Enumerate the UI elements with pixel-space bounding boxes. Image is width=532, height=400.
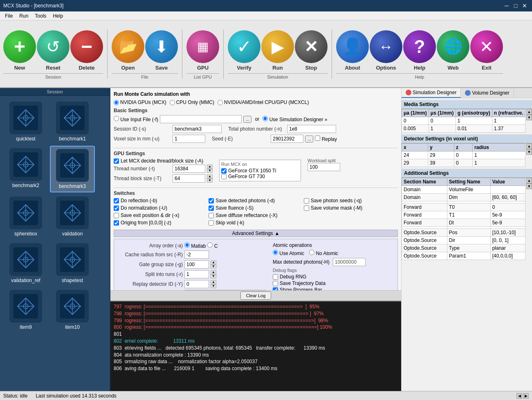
close-button[interactable]: ✕ [521,2,529,10]
about-button[interactable]: 👤 About [336,29,369,72]
maximize-button[interactable]: □ [512,2,520,10]
session-item-item10[interactable]: item10 [50,287,95,332]
status-scroll-left[interactable]: ◀ [516,393,522,399]
clear-log-button[interactable]: Clear Log [240,292,272,300]
gate-group-spinner[interactable]: ▲ ▼ [211,260,216,269]
split-runs-input[interactable] [184,270,209,278]
gpu-mcx-radio[interactable] [114,100,119,105]
thread-number-up[interactable]: ▲ [207,165,213,169]
thread-block-up[interactable]: ▲ [207,174,213,179]
menu-file[interactable]: File [2,13,16,19]
save-fluence-checkbox[interactable] [209,206,214,211]
auto-thread-checkbox[interactable] [114,158,119,164]
matlab-radio-label[interactable]: Matlab [184,242,206,249]
add-scroll-down[interactable]: ▼ [526,183,532,189]
session-item-item9[interactable]: item9 [3,287,48,332]
debug-rng-checkbox[interactable] [273,274,278,280]
use-sim-designer-radio-label[interactable]: Use Simulation Designer » [263,116,327,122]
menu-tools[interactable]: Tools [31,13,49,19]
save-volume-mask-checkbox[interactable] [304,206,309,211]
split-runs-up[interactable]: ▲ [211,270,216,274]
split-runs-spinner[interactable]: ▲ ▼ [211,270,216,278]
thread-block-spinner[interactable]: ▲ ▼ [207,174,213,183]
amd-option[interactable]: NVIDIA/AMD/Intel CPU/GPU (MCXCL) [218,99,309,105]
media-scroll-up[interactable]: ▲ [526,109,532,115]
use-atomic-radio[interactable] [273,250,278,255]
save-detected-checkbox[interactable] [209,198,214,203]
show-progress-checkbox[interactable] [273,287,278,291]
session-item-benchmark3[interactable]: benchmark3 [50,146,95,192]
thread-number-spinner[interactable]: ▲ ▼ [207,165,213,173]
gate-group-input[interactable] [184,260,209,269]
stop-button[interactable]: ✕ Stop [295,29,328,72]
replay-det-down[interactable]: ▼ [211,284,216,288]
help-button[interactable]: ? Help [403,29,436,72]
no-atomic-radio-label[interactable]: No Atomic [309,250,338,256]
gpu1-checkbox[interactable] [221,168,227,174]
session-item-benchmark2[interactable]: benchmark2 [3,146,48,192]
minimize-button[interactable]: ─ [503,2,511,10]
max-detected-input[interactable] [333,258,366,266]
skip-void-checkbox[interactable] [209,220,214,226]
seed-browse-button[interactable]: ... [305,136,313,142]
gpu2-checkbox[interactable] [221,174,227,179]
thread-block-down[interactable]: ▼ [207,179,213,183]
use-atomic-radio-label[interactable]: Use Atomic [273,250,304,256]
do-reflection-checkbox[interactable] [114,198,119,203]
session-id-input[interactable] [173,125,222,133]
log-area[interactable]: 797 rogress: [==========================… [110,301,401,391]
session-item-benchmark1[interactable]: benchmark1 [50,99,95,144]
gate-group-down[interactable]: ▼ [211,264,216,269]
do-normalization-checkbox[interactable] [114,206,119,211]
gpu-button[interactable]: ▦ GPU [186,29,219,72]
split-runs-down[interactable]: ▼ [211,274,216,278]
cache-radius-input[interactable] [184,251,209,259]
use-input-radio[interactable] [114,116,119,121]
use-sim-designer-radio[interactable] [263,116,268,121]
total-photon-input[interactable] [287,125,336,133]
add-scroll-up[interactable]: ▲ [526,178,532,183]
voxel-size-input[interactable] [173,135,205,143]
replay-det-spinner[interactable]: ▲ ▼ [211,280,216,288]
det-scroll-down[interactable]: ▼ [526,149,532,155]
thread-number-down[interactable]: ▼ [207,169,213,173]
verify-button[interactable]: ✓ Verify [228,29,260,72]
c-radio-label[interactable]: C [207,242,218,249]
use-input-radio-label[interactable]: Use Input File (-f) [114,116,158,122]
replay-checkbox[interactable] [315,136,320,141]
save-traj-checkbox[interactable] [273,281,278,286]
gpu-mcx-option[interactable]: NVIDIA GPUs (MCX) [114,99,166,105]
save-button[interactable]: ⬇ Save [145,29,178,72]
session-item-validation_ref[interactable]: validation_ref [3,241,48,286]
workload-input[interactable] [308,163,340,171]
options-button[interactable]: ↔ Options [370,29,402,72]
amd-radio[interactable] [218,100,223,105]
status-scroll-right[interactable]: ▶ [523,393,529,399]
save-exit-checkbox[interactable] [114,213,119,218]
replay-label[interactable]: Replay [315,136,337,142]
reset-button[interactable]: ↺ Reset [37,29,70,72]
run-button[interactable]: ▶ Run [261,29,294,72]
menu-run[interactable]: Run [16,13,31,19]
tab-volume-designer[interactable]: Volume Designer [461,88,514,98]
advanced-settings-toggle[interactable]: Advanced Settings ▲ [114,230,398,237]
delete-button[interactable]: − Delete [70,29,103,72]
no-atomic-radio[interactable] [309,250,314,255]
input-file-field[interactable] [160,115,242,123]
thread-number-input[interactable] [173,165,205,173]
thread-block-input[interactable] [173,174,205,183]
gate-group-up[interactable]: ▲ [211,260,216,264]
cpu-mmc-radio[interactable] [170,100,175,105]
origin-checkbox[interactable] [114,220,119,226]
tab-simulation-designer[interactable]: Simulation Designer [402,88,461,98]
web-button[interactable]: 🌐 Web [437,29,469,72]
matlab-radio[interactable] [184,242,190,248]
save-photon-seeds-checkbox[interactable] [304,198,309,203]
browse-button[interactable]: ... [243,116,251,123]
cpu-mmc-option[interactable]: CPU Only (MMC) [170,99,214,105]
seed-input[interactable] [271,135,303,143]
c-radio[interactable] [207,242,213,248]
replay-det-input[interactable] [184,280,209,288]
session-item-validation[interactable]: validation [50,194,95,239]
session-item-shapetest[interactable]: shapetest [50,241,95,286]
